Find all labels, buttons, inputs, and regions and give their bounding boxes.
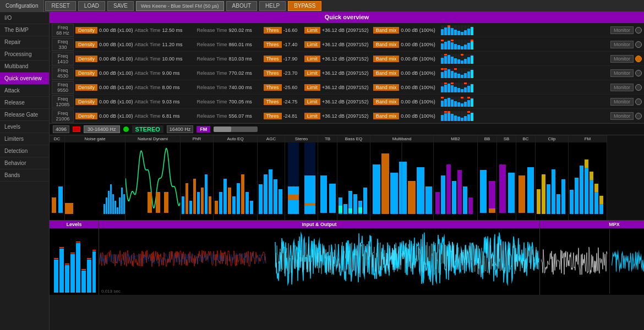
bandmix-btn-0[interactable]: Band mix [373, 27, 400, 34]
monitor-circle-0[interactable] [635, 27, 642, 34]
sidebar-item-releasegate[interactable]: Release Gate [0, 109, 49, 121]
thres-btn-0[interactable]: Thres [264, 27, 282, 34]
limit-btn-4[interactable]: Limit [304, 84, 320, 91]
monitor-btn-4[interactable]: Monitor [610, 84, 634, 91]
viz-tb-label: TB [318, 135, 337, 142]
viz-clip-canvas [536, 142, 568, 220]
thres-btn-2[interactable]: Thres [264, 56, 282, 62]
visualizer-area: DC Noise gate Natural Dynami [50, 135, 644, 221]
limit-btn-3[interactable]: Limit [304, 70, 320, 76]
bandmix-btn-6[interactable]: Band mix [373, 113, 400, 119]
meter-bars-3 [441, 68, 474, 78]
monitor-btn-3[interactable]: Monitor [610, 69, 634, 77]
monitor-circle-1[interactable] [635, 41, 642, 48]
release-val-0: 920.02 ms [229, 28, 262, 33]
monitor-circle-2[interactable] [635, 56, 642, 62]
meter-bars-5 [441, 97, 474, 107]
monitor-circle-3[interactable] [635, 70, 642, 76]
band-row-3: Freq4530Density0.00 dB (x1.00)Attack Tim… [50, 66, 644, 80]
meter-bars-4 [441, 82, 474, 92]
levels-content [50, 228, 99, 295]
density-btn-4[interactable]: Density [75, 84, 97, 91]
limit-btn-2[interactable]: Limit [304, 56, 320, 62]
bandmix-btn-1[interactable]: Band mix [373, 41, 400, 48]
about-button[interactable]: ABOUT [226, 1, 257, 11]
viz-bb-label: BB [478, 135, 496, 142]
thres-btn-5[interactable]: Thres [264, 98, 282, 105]
sidebar-item-levels[interactable]: Levels [0, 121, 49, 133]
limit-btn-5[interactable]: Limit [304, 98, 320, 105]
density-val-0: 0.00 dB (x1.00) [99, 28, 133, 33]
viz-basseq-canvas [337, 142, 370, 220]
thres-btn-4[interactable]: Thres [264, 84, 282, 91]
viz-fm-canvas [569, 142, 607, 220]
viz-fm: FM [569, 135, 607, 220]
sidebar-item-multiband[interactable]: Multiband [0, 61, 49, 73]
bandmix-btn-3[interactable]: Band mix [373, 70, 400, 76]
sidebar-item-processing[interactable]: Processing [0, 48, 49, 61]
monitor-btn-1[interactable]: Monitor [610, 41, 634, 48]
save-button[interactable]: SAVE [107, 1, 134, 11]
sidebar-item-release[interactable]: Release [0, 97, 49, 109]
monitor-circle-6[interactable] [635, 113, 642, 119]
meter-bars-2 [441, 54, 474, 64]
thres-btn-1[interactable]: Thres [264, 41, 282, 48]
sidebar-item-behavior[interactable]: Behavior [0, 157, 49, 169]
monitor-circle-5[interactable] [635, 98, 642, 105]
monitor-circle-4[interactable] [635, 84, 642, 91]
sidebar-item-detection[interactable]: Detection [0, 145, 49, 157]
monitor-btn-6[interactable]: Monitor [610, 112, 634, 120]
density-val-5: 0.00 dB (x1.00) [99, 99, 133, 105]
sidebar-item-bands[interactable]: Bands [0, 169, 49, 182]
attack-label-4: Attack Time [135, 85, 161, 90]
limit-val-0: +36.12 dB (2097152) [322, 28, 372, 33]
density-btn-6[interactable]: Density [75, 113, 97, 119]
attack-label-5: Attack Time [135, 99, 161, 105]
density-btn-3[interactable]: Density [75, 70, 97, 76]
density-btn-5[interactable]: Density [75, 98, 97, 105]
sidebar-item-attack[interactable]: Attack [0, 85, 49, 97]
density-btn-1[interactable]: Density [75, 41, 97, 48]
bandmix-btn-4[interactable]: Band mix [373, 84, 400, 91]
viz-agc-label: AGC [258, 135, 285, 142]
thres-btn-6[interactable]: Thres [264, 113, 282, 119]
bypass-button[interactable]: BYPASS [288, 1, 321, 11]
viz-sb: SB [497, 135, 516, 220]
monitor-btn-2[interactable]: Monitor [610, 55, 634, 63]
sidebar-item-repair[interactable]: Repair [0, 36, 49, 48]
viz-stereo: Stereo [285, 135, 318, 220]
help-button[interactable]: HELP [259, 1, 286, 11]
sidebar-item-io[interactable]: I/O [0, 12, 49, 24]
band-row-0: Freq68 HzDensity0.00 dB (x1.00)Attack Ti… [50, 23, 644, 37]
status-slider[interactable] [214, 127, 258, 132]
monitor-btn-0[interactable]: Monitor [610, 26, 634, 34]
levels-title: Levels [50, 221, 99, 228]
preset-button[interactable]: Wes Keene - Blue Steel FM (50 µs) [136, 1, 224, 11]
sidebar-item-quickoverview[interactable]: Quick overview [0, 73, 49, 85]
attack-label-2: Attack Time [135, 56, 161, 62]
viz-bc-canvas [516, 142, 535, 220]
status-bar: 4096 30-16400 Hz STEREO 16400 Hz FM [50, 123, 644, 135]
led-green [123, 127, 129, 132]
density-btn-0[interactable]: Density [75, 27, 97, 34]
limit-btn-0[interactable]: Limit [304, 27, 320, 34]
monitor-btn-5[interactable]: Monitor [610, 98, 634, 106]
reset-button[interactable]: RESET [45, 1, 75, 11]
sidebar-item-thebimp[interactable]: The BiMP [0, 24, 49, 36]
bandmix-btn-2[interactable]: Band mix [373, 56, 400, 62]
thres-btn-3[interactable]: Thres [264, 70, 282, 76]
bandmix-btn-5[interactable]: Band mix [373, 98, 400, 105]
mpx-panel: MPX [540, 221, 644, 295]
thres-val-3: -23.70 [283, 70, 303, 76]
viz-basseq: Bass EQ [337, 135, 370, 220]
limit-val-3: +36.12 dB (2097152) [322, 70, 372, 76]
thres-val-4: -25.60 [283, 85, 303, 90]
load-button[interactable]: LOAD [78, 1, 105, 11]
viz-bc: BC [516, 135, 536, 220]
freq-label-3: Freq4530 [52, 67, 74, 80]
sidebar-item-limiters[interactable]: Limiters [0, 133, 49, 145]
density-btn-2[interactable]: Density [75, 56, 97, 62]
limit-btn-1[interactable]: Limit [304, 41, 320, 48]
status-freq: 16400 Hz [167, 125, 194, 133]
limit-btn-6[interactable]: Limit [304, 113, 320, 119]
